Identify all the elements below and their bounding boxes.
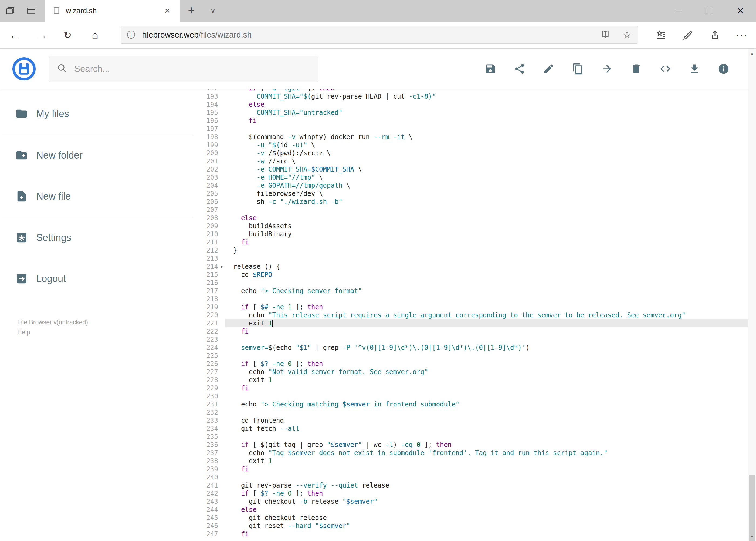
raw-code-button[interactable] [651, 54, 680, 84]
code-line[interactable]: -w //src \ [225, 157, 748, 165]
code-line[interactable]: echo "Not valid semver format. See semve… [225, 368, 748, 376]
code-line[interactable]: exit 1 [225, 319, 748, 327]
code-line[interactable]: sh -c "./wizard.sh -b" [225, 198, 748, 206]
code-line[interactable]: $(command -v winpty) docker run --rm -it… [225, 133, 748, 141]
filebrowser-logo[interactable] [12, 57, 36, 81]
code-line[interactable]: release () { [225, 263, 748, 270]
code-line[interactable]: fi [225, 530, 748, 538]
delete-button[interactable] [622, 54, 651, 84]
tab-close-icon[interactable]: ✕ [163, 6, 172, 15]
scroll-up-arrow-icon[interactable]: ▲ [748, 49, 756, 58]
browser-tab[interactable]: wizard.sh ✕ [45, 0, 180, 22]
code-line[interactable]: fi [225, 117, 748, 125]
sidebar-item-settings[interactable]: Settings [15, 224, 71, 251]
reading-view-icon[interactable] [600, 29, 611, 41]
download-button[interactable] [680, 54, 709, 84]
code-line[interactable]: if [ -d ".git" ]; then [225, 89, 748, 92]
rename-button[interactable] [534, 54, 563, 84]
code-line[interactable]: } [225, 246, 748, 255]
code-line[interactable]: if [ $? -ne 0 ]; then [225, 489, 748, 497]
code-line[interactable]: echo "This release script requires a sin… [225, 311, 748, 319]
code-line[interactable] [225, 433, 748, 441]
share-file-button[interactable] [505, 54, 534, 84]
code-line[interactable]: -e COMMIT_SHA=$COMMIT_SHA \ [225, 165, 748, 174]
tab-list-chevron-icon[interactable]: ∨ [205, 0, 221, 22]
code-line[interactable]: if [ $? -ne 0 ]; then [225, 360, 748, 368]
editor-code[interactable]: if [ -d ".git" ]; then COMMIT_SHA="$(git… [225, 89, 748, 538]
code-line[interactable]: filebrowser/dev \ [225, 190, 748, 198]
code-line[interactable] [225, 335, 748, 343]
tab-preview-icon[interactable] [26, 6, 36, 16]
web-note-pen-button[interactable] [674, 22, 701, 49]
code-line[interactable]: exit 1 [225, 376, 748, 384]
code-line[interactable] [225, 295, 748, 303]
search-input[interactable] [74, 64, 310, 74]
code-line[interactable]: COMMIT_SHA="untracked" [225, 109, 748, 117]
code-line[interactable]: git rev-parse --verify --quiet release [225, 481, 748, 489]
site-info-icon[interactable]: ⓘ [127, 29, 135, 41]
back-button[interactable]: ← [6, 22, 23, 49]
code-line[interactable]: COMMIT_SHA="$(git rev-parse HEAD | cut -… [225, 92, 748, 101]
sidebar-item-new-file[interactable]: New file [15, 183, 71, 210]
new-tab-button[interactable]: + [183, 0, 199, 22]
sidebar-item-new-folder[interactable]: New folder [15, 142, 83, 169]
refresh-button[interactable]: ↻ [59, 22, 76, 49]
code-line[interactable]: -e GOPATH=//tmp/gopath \ [225, 182, 748, 190]
code-line[interactable] [225, 255, 748, 263]
code-line[interactable] [225, 125, 748, 133]
scrollbar-thumb[interactable] [749, 475, 755, 541]
code-line[interactable] [225, 408, 748, 416]
code-line[interactable]: echo "Tag $semver does not exist in subm… [225, 449, 748, 457]
code-line[interactable]: cd frontend [225, 416, 748, 425]
forward-button[interactable]: → [34, 22, 50, 49]
code-line[interactable]: -e HOME="//tmp" \ [225, 174, 748, 182]
code-line[interactable]: echo "> Checking semver format" [225, 287, 748, 295]
copy-button[interactable] [563, 54, 593, 84]
code-line[interactable]: if [ $(git tag | grep "$semver" | wc -l)… [225, 441, 748, 449]
code-line[interactable]: exit 1 [225, 457, 748, 465]
help-link[interactable]: Help [17, 327, 88, 337]
code-line[interactable]: if [ $# -ne 1 ]; then [225, 303, 748, 311]
code-line[interactable]: git fetch --all [225, 425, 748, 433]
more-menu-button[interactable]: ··· [728, 22, 755, 49]
code-line[interactable]: fi [225, 384, 748, 392]
code-line[interactable] [225, 392, 748, 400]
code-line[interactable] [225, 206, 748, 214]
sidebar-item-my-files[interactable]: My files [15, 100, 69, 127]
info-button[interactable] [709, 54, 738, 84]
url-text[interactable]: filebrowser.web/files/wizard.sh [143, 30, 600, 39]
code-line[interactable]: fi [225, 465, 748, 473]
page-scrollbar[interactable]: ▲ ▼ [748, 49, 756, 541]
minimize-button[interactable] [662, 0, 693, 22]
code-line[interactable]: else [225, 506, 748, 514]
code-line[interactable]: buildBinary [225, 230, 748, 238]
fold-arrow-icon[interactable]: ▾ [218, 263, 225, 270]
code-line[interactable]: git reset --hard "$semver" [225, 522, 748, 530]
code-line[interactable]: git checkout -b release "$semver" [225, 497, 748, 506]
code-line[interactable]: git checkout release [225, 514, 748, 522]
address-bar[interactable]: ⓘ filebrowser.web/files/wizard.sh ☆ [121, 26, 638, 44]
code-line[interactable] [225, 473, 748, 481]
set-tabs-aside-icon[interactable] [5, 6, 15, 16]
code-line[interactable]: buildAssets [225, 222, 748, 230]
code-editor[interactable]: 1921931941951961971981992002012022032042… [195, 89, 748, 541]
maximize-button[interactable] [693, 0, 725, 22]
hub-favorites-button[interactable] [647, 22, 674, 49]
code-line[interactable]: -v /$(pwd):/src:z \ [225, 149, 748, 157]
code-line[interactable]: -u "$(id -u)" \ [225, 141, 748, 149]
save-button[interactable] [476, 54, 505, 84]
code-line[interactable]: fi [225, 238, 748, 246]
move-button[interactable] [593, 54, 622, 84]
code-line[interactable]: else [225, 214, 748, 222]
code-line[interactable]: cd $REPO [225, 270, 748, 279]
add-favorite-star-icon[interactable]: ☆ [623, 30, 631, 40]
code-line[interactable]: else [225, 101, 748, 109]
home-button[interactable]: ⌂ [87, 22, 103, 49]
code-line[interactable]: semver=$(echo "$1" | grep -P '^v(0|[1-9]… [225, 343, 748, 352]
code-line[interactable]: fi [225, 327, 748, 335]
sidebar-item-logout[interactable]: Logout [15, 265, 66, 292]
close-window-button[interactable]: ✕ [725, 0, 756, 22]
code-line[interactable]: echo "> Checking matching $semver in fro… [225, 400, 748, 408]
code-line[interactable] [225, 352, 748, 360]
share-button[interactable] [701, 22, 728, 49]
